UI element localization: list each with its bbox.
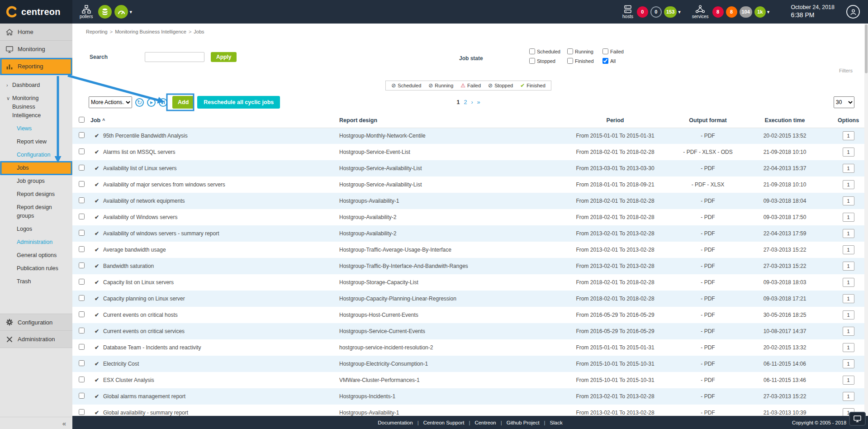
add-button[interactable]: Add [172, 96, 194, 109]
row-checkbox[interactable] [79, 246, 85, 252]
job-state-option[interactable]: Finished [567, 58, 602, 64]
job-state-option[interactable]: Running [567, 48, 602, 54]
pause-icon[interactable] [159, 98, 167, 107]
footer-link[interactable]: Github Project [507, 420, 540, 425]
job-state-checkbox[interactable] [567, 48, 573, 54]
clap-screenshot-button[interactable] [849, 412, 866, 426]
row-checkbox[interactable] [79, 377, 85, 382]
duplicate-count-input[interactable]: 1 [843, 131, 854, 140]
status-badge[interactable]: 153 [664, 6, 677, 18]
sidebar-subitem[interactable]: Job groups [0, 175, 72, 188]
row-checkbox[interactable] [79, 409, 85, 415]
breadcrumb-link[interactable]: Reporting [86, 29, 108, 34]
sidebar-subitem[interactable]: ∨ Monitoring Business Intelligence [0, 92, 72, 122]
job-state-checkbox[interactable] [529, 48, 535, 54]
row-checkbox[interactable] [79, 295, 85, 301]
sidebar-subitem[interactable]: Jobs [0, 162, 72, 175]
sidebar-item-configuration[interactable]: Configuration [0, 314, 72, 331]
sidebar-item-administration[interactable]: Administration [0, 331, 72, 348]
job-name[interactable]: Availability of windows servers - summar… [103, 225, 339, 242]
row-checkbox[interactable] [79, 344, 85, 350]
sidebar-item-reporting[interactable]: Reporting [0, 58, 72, 75]
sidebar-collapse-button[interactable]: « [0, 417, 72, 429]
row-checkbox[interactable] [79, 148, 85, 154]
duplicate-count-input[interactable]: 1 [843, 343, 854, 352]
duplicate-count-input[interactable]: 1 [843, 294, 854, 303]
apply-button[interactable]: Apply [211, 52, 237, 62]
more-actions-select[interactable]: More Actions... [89, 96, 132, 108]
scrollbar-thumb[interactable] [865, 24, 868, 73]
duplicate-count-input[interactable]: 1 [843, 148, 854, 157]
sidebar-subitem[interactable]: Configuration [0, 148, 72, 162]
page-size-select[interactable]: 30 [834, 96, 854, 108]
centreon-logo[interactable]: centreon [0, 0, 72, 24]
vertical-scrollbar[interactable] [864, 24, 868, 429]
gauge-status-button[interactable] [114, 5, 128, 19]
chevron-down-icon[interactable]: ▾ [128, 9, 133, 15]
job-name[interactable]: Capacity list on Linux servers [103, 274, 339, 291]
job-name[interactable]: Bandwidth saturation [103, 258, 339, 274]
sidebar-subitem[interactable]: Report design groups [0, 201, 72, 223]
duplicate-count-input[interactable]: 1 [843, 245, 854, 254]
row-checkbox[interactable] [79, 197, 85, 203]
column-header-exec[interactable]: Execution time [737, 113, 832, 128]
sidebar-subitem[interactable]: Views [0, 122, 72, 135]
status-badge[interactable]: 8 [726, 6, 737, 18]
duplicate-count-input[interactable]: 1 [843, 196, 854, 205]
pollers-status[interactable]: pollers [80, 5, 93, 19]
job-state-checkbox[interactable] [529, 58, 535, 64]
sidebar-subitem[interactable]: › Dashboard [0, 79, 72, 92]
duplicate-count-input[interactable]: 1 [843, 229, 854, 238]
row-checkbox[interactable] [79, 279, 85, 285]
select-all-checkbox[interactable] [79, 117, 85, 123]
chevron-down-icon[interactable]: ▾ [766, 9, 771, 15]
page-link[interactable]: › [471, 99, 473, 105]
status-badge[interactable]: 0 [637, 6, 648, 18]
filters-panel-label[interactable]: Filters [839, 68, 853, 73]
duplicate-count-input[interactable]: 1 [843, 180, 854, 189]
job-name[interactable]: Global alarms management report [103, 388, 339, 405]
job-name[interactable]: Alarms list on MSSQL servers [103, 144, 339, 160]
column-header-design[interactable]: Report design [339, 113, 552, 128]
duplicate-count-input[interactable]: 1 [843, 164, 854, 173]
job-name[interactable]: Average bandwidth usage [103, 242, 339, 258]
footer-link[interactable]: Slack [550, 420, 563, 425]
row-checkbox[interactable] [79, 328, 85, 334]
footer-link[interactable]: Documentation [378, 420, 413, 425]
row-checkbox[interactable] [79, 360, 85, 366]
breadcrumb-link[interactable]: Monitoring Business Intelligence [115, 29, 186, 34]
job-state-checkbox[interactable] [602, 48, 608, 54]
duplicate-count-input[interactable]: 1 [843, 262, 854, 271]
refresh-icon[interactable]: ↻ [135, 98, 144, 107]
column-header-format[interactable]: Output format [678, 113, 737, 128]
status-badge[interactable]: 0 [650, 6, 662, 18]
job-name[interactable]: Availability of network equipments [103, 193, 339, 209]
job-state-option[interactable]: Failed [602, 48, 634, 54]
duplicate-count-input[interactable]: 1 [843, 327, 854, 336]
job-name[interactable]: 95th Percentile Bandwidth Analysis [103, 128, 339, 144]
job-state-option[interactable]: Scheduled [529, 48, 567, 54]
duplicate-count-input[interactable]: 1 [843, 359, 854, 368]
job-name[interactable]: Capacity planning on Linux server [103, 291, 339, 307]
services-status[interactable]: services [692, 5, 709, 19]
sidebar-subitem[interactable]: Logos [0, 223, 72, 236]
reschedule-button[interactable]: Reschedule all cyclic jobs [197, 96, 280, 109]
sidebar-subitem[interactable]: Report view [0, 135, 72, 148]
job-name[interactable]: Database Team - Incidents and reactivity [103, 339, 339, 356]
sidebar-subitem[interactable]: Report designs [0, 188, 72, 201]
duplicate-count-input[interactable]: 1 [843, 392, 854, 401]
row-checkbox[interactable] [79, 262, 85, 268]
job-name[interactable]: Availability of major services from wind… [103, 176, 339, 193]
user-menu-button[interactable] [846, 5, 860, 19]
job-state-option[interactable]: All [602, 58, 634, 64]
sidebar-item-home[interactable]: Home [0, 24, 72, 41]
job-name[interactable]: ESX Cluster Analysis [103, 372, 339, 388]
chevron-down-icon[interactable]: ▾ [677, 9, 682, 15]
row-checkbox[interactable] [79, 165, 85, 171]
footer-link[interactable]: Centreon Support [423, 420, 465, 425]
page-link[interactable]: 2 [464, 99, 467, 105]
duplicate-count-input[interactable]: 1 [843, 376, 854, 385]
job-state-checkbox[interactable] [567, 58, 573, 64]
row-checkbox[interactable] [79, 132, 85, 138]
job-name[interactable]: Current events on critical hosts [103, 307, 339, 323]
